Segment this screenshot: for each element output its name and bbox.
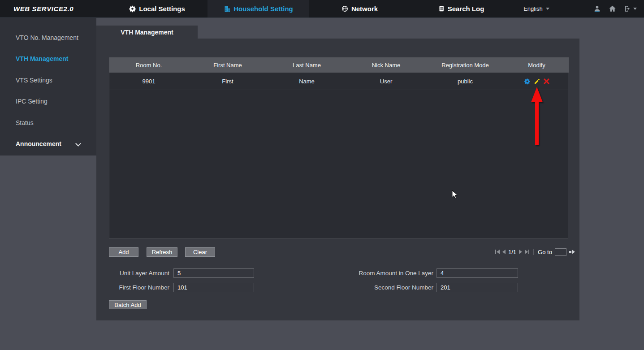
top-navbar: WEB SERVICE2.0 Local Settings Household … (0, 0, 644, 18)
prev-page-button[interactable] (502, 250, 506, 254)
sidebar-item-vth-management[interactable]: VTH Management (0, 48, 96, 70)
home-button[interactable] (608, 4, 617, 13)
go-to-label: Go to (538, 249, 552, 255)
unit-layer-amount-label: Unit Layer Amount (110, 268, 169, 278)
cell-nick-name: User (346, 73, 426, 90)
go-arrow-icon (572, 250, 575, 254)
chevron-down-icon (633, 8, 637, 10)
column-registration-mode: Registration Mode (426, 57, 505, 73)
content-panel: Room No. First Name Last Name Nick Name … (96, 39, 579, 320)
nav-search-log[interactable]: Search Log (410, 0, 511, 17)
language-label: English (523, 5, 543, 12)
building-icon (223, 5, 231, 13)
second-floor-number-input[interactable] (437, 283, 518, 292)
column-first-name: First Name (188, 57, 267, 73)
room-amount-in-one-layer-input[interactable] (437, 268, 518, 278)
column-last-name: Last Name (267, 57, 346, 73)
log-icon (437, 5, 445, 13)
red-up-arrow-annotation (530, 87, 544, 145)
logout-icon (623, 4, 632, 13)
user-icon (593, 4, 601, 13)
sidebar-item-label: IPC Setting (16, 98, 48, 105)
tab-vth-management[interactable]: VTH Management (96, 26, 198, 39)
sidebar-item-label: VTS Settings (16, 77, 52, 84)
refresh-button[interactable]: Refresh (147, 247, 177, 257)
column-modify: Modify (505, 57, 569, 73)
sidebar-item-vts-settings[interactable]: VTS Settings (0, 69, 96, 91)
room-amount-in-one-layer-label: Room Amount in One Layer (289, 268, 433, 278)
nav-network[interactable]: Network (309, 0, 410, 17)
clear-button[interactable]: Clear (185, 247, 215, 257)
first-page-icon (497, 250, 500, 254)
next-page-icon (519, 250, 522, 254)
prev-page-icon (502, 250, 506, 254)
nav-household-setting[interactable]: Household Setting (207, 0, 309, 17)
first-floor-number-input[interactable] (173, 283, 254, 292)
gear-icon (129, 5, 136, 13)
last-page-button[interactable] (525, 250, 529, 254)
nav-label: Network (351, 5, 378, 13)
app-logo: WEB SERVICE2.0 (0, 0, 106, 17)
last-page-icon (525, 250, 528, 254)
nav-label: Household Setting (233, 5, 293, 13)
chevron-down-icon (75, 141, 81, 147)
nav-local-settings[interactable]: Local Settings (106, 0, 207, 17)
chevron-down-icon (546, 8, 549, 10)
sidebar-item-vto-no-management[interactable]: VTO No. Management (0, 27, 96, 48)
sidebar: VTO No. Management VTH Management VTS Se… (0, 18, 96, 156)
first-floor-number-label: First Floor Number (110, 283, 169, 292)
sidebar-item-announcement[interactable]: Announcement (0, 134, 96, 155)
delete-x-icon[interactable] (544, 78, 549, 84)
add-button[interactable]: Add (109, 247, 138, 257)
cell-last-name: Name (267, 73, 346, 90)
vth-table: Room No. First Name Last Name Nick Name … (109, 57, 568, 239)
sidebar-item-label: Status (16, 119, 34, 126)
first-page-button[interactable] (495, 250, 500, 254)
sidebar-item-label: Announcement (16, 140, 61, 147)
cell-registration-mode: public (426, 73, 505, 90)
home-icon (608, 4, 617, 13)
page-indicator: 1/1 (508, 249, 516, 255)
mouse-cursor (452, 190, 458, 199)
nav-label: Search Log (448, 5, 484, 13)
next-page-button[interactable] (519, 250, 522, 254)
go-to-button[interactable] (569, 250, 575, 254)
batch-add-button[interactable]: Batch Add (109, 300, 147, 309)
table-row: 9901 First Name User public (109, 73, 569, 90)
navbar-icon-group (593, 0, 644, 17)
cell-room-no: 9901 (109, 73, 188, 90)
sidebar-item-ipc-setting[interactable]: IPC Setting (0, 91, 96, 112)
globe-icon (341, 5, 349, 13)
logout-button[interactable] (623, 4, 637, 13)
user-button[interactable] (593, 4, 601, 13)
sidebar-item-label: VTO No. Management (16, 34, 78, 41)
cell-first-name: First (188, 73, 267, 90)
edit-pencil-icon[interactable] (534, 78, 540, 85)
language-selector[interactable]: English (511, 0, 562, 17)
pagination: 1/1 Go to (495, 247, 575, 257)
config-gear-icon[interactable] (524, 78, 531, 85)
second-floor-number-label: Second Floor Number (289, 283, 433, 292)
column-room-no: Room No. (109, 57, 188, 73)
pagination-divider (533, 249, 534, 255)
nav-label: Local Settings (139, 5, 185, 13)
sidebar-item-status[interactable]: Status (0, 112, 96, 134)
unit-layer-amount-input[interactable] (173, 268, 254, 278)
go-to-input[interactable] (555, 248, 566, 256)
column-nick-name: Nick Name (346, 57, 426, 73)
sidebar-item-label: VTH Management (16, 55, 68, 62)
table-header-row: Room No. First Name Last Name Nick Name … (109, 57, 569, 73)
